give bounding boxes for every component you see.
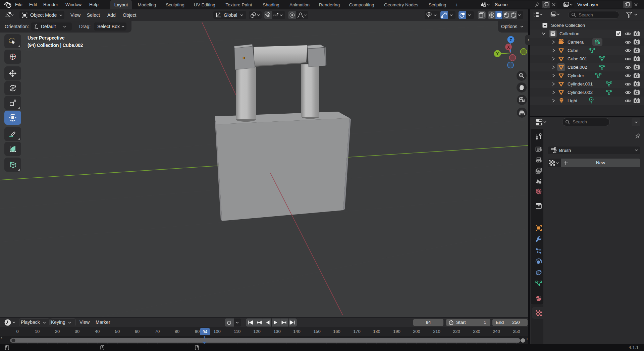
svg-text:230: 230	[473, 329, 480, 334]
svg-text:20: 20	[55, 329, 60, 334]
svg-text:40: 40	[95, 329, 100, 334]
svg-text:Z: Z	[509, 38, 512, 42]
svg-text:200: 200	[413, 329, 420, 334]
svg-text:180: 180	[373, 329, 380, 334]
svg-text:60: 60	[135, 329, 140, 334]
svg-text:30: 30	[75, 329, 79, 334]
svg-text:94: 94	[203, 330, 207, 334]
svg-text:220: 220	[453, 329, 460, 334]
svg-text:50: 50	[115, 329, 120, 334]
svg-text:X: X	[507, 45, 510, 50]
svg-text:120: 120	[253, 329, 261, 334]
svg-text:100: 100	[213, 329, 221, 334]
svg-text:Y: Y	[496, 52, 499, 56]
svg-text:130: 130	[273, 329, 281, 334]
svg-text:90: 90	[195, 329, 200, 334]
svg-text:80: 80	[175, 329, 179, 334]
svg-text:70: 70	[155, 329, 160, 334]
svg-text:110: 110	[234, 329, 241, 334]
svg-text:160: 160	[333, 329, 340, 334]
svg-text:10: 10	[35, 329, 40, 334]
svg-text:250: 250	[513, 329, 520, 334]
svg-text:170: 170	[353, 329, 361, 334]
svg-text:0: 0	[16, 329, 18, 334]
svg-text:210: 210	[433, 329, 440, 334]
svg-text:140: 140	[293, 329, 301, 334]
svg-text:190: 190	[393, 329, 400, 334]
svg-text:240: 240	[493, 329, 500, 334]
svg-text:150: 150	[313, 329, 321, 334]
